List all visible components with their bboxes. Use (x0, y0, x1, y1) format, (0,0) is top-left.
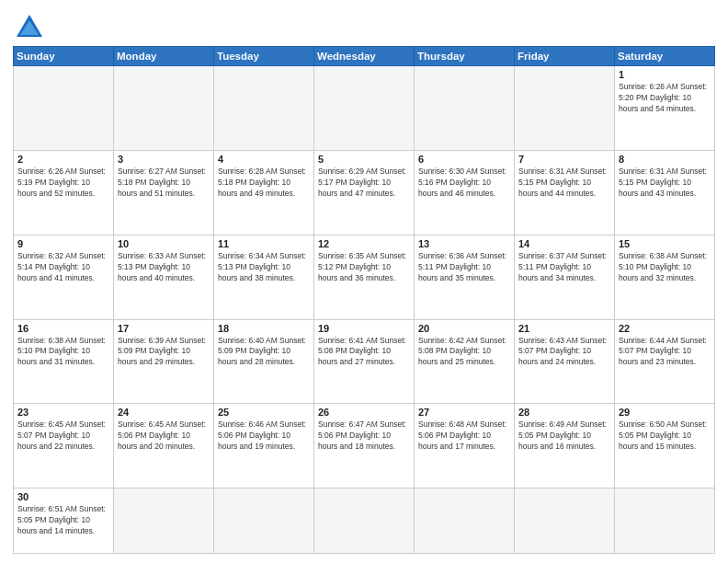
calendar-cell: 1Sunrise: 6:26 AM Sunset: 5:20 PM Daylig… (615, 66, 715, 151)
day-info: Sunrise: 6:42 AM Sunset: 5:08 PM Dayligh… (418, 336, 510, 369)
col-header-tuesday: Tuesday (214, 47, 314, 66)
calendar-week-row: 23Sunrise: 6:45 AM Sunset: 5:07 PM Dayli… (14, 404, 715, 488)
day-number: 28 (518, 407, 610, 418)
day-info: Sunrise: 6:31 AM Sunset: 5:15 PM Dayligh… (518, 167, 610, 200)
day-info: Sunrise: 6:36 AM Sunset: 5:11 PM Dayligh… (418, 251, 510, 284)
calendar-week-row: 9Sunrise: 6:32 AM Sunset: 5:14 PM Daylig… (14, 235, 715, 319)
calendar-cell: 25Sunrise: 6:46 AM Sunset: 5:06 PM Dayli… (214, 404, 314, 488)
day-number: 23 (17, 407, 109, 418)
calendar-cell (615, 488, 715, 554)
calendar-cell: 20Sunrise: 6:42 AM Sunset: 5:08 PM Dayli… (415, 319, 515, 404)
day-number: 20 (418, 323, 510, 334)
day-info: Sunrise: 6:49 AM Sunset: 5:05 PM Dayligh… (518, 419, 610, 453)
calendar-week-row: 30Sunrise: 6:51 AM Sunset: 5:05 PM Dayli… (14, 488, 715, 554)
day-number: 15 (619, 238, 711, 249)
day-info: Sunrise: 6:47 AM Sunset: 5:06 PM Dayligh… (318, 419, 410, 453)
day-number: 16 (17, 323, 109, 334)
day-number: 5 (318, 154, 410, 165)
calendar-cell: 17Sunrise: 6:39 AM Sunset: 5:09 PM Dayli… (114, 319, 214, 404)
day-info: Sunrise: 6:37 AM Sunset: 5:11 PM Dayligh… (518, 251, 610, 284)
calendar-cell: 12Sunrise: 6:35 AM Sunset: 5:12 PM Dayli… (314, 235, 415, 319)
day-info: Sunrise: 6:35 AM Sunset: 5:12 PM Dayligh… (318, 251, 410, 284)
calendar-week-row: 2Sunrise: 6:26 AM Sunset: 5:19 PM Daylig… (14, 150, 715, 235)
calendar-cell: 28Sunrise: 6:49 AM Sunset: 5:05 PM Dayli… (515, 404, 615, 488)
calendar-cell (214, 66, 314, 151)
day-info: Sunrise: 6:44 AM Sunset: 5:07 PM Dayligh… (619, 336, 711, 369)
calendar-cell: 15Sunrise: 6:38 AM Sunset: 5:10 PM Dayli… (615, 235, 715, 319)
day-info: Sunrise: 6:31 AM Sunset: 5:15 PM Dayligh… (619, 167, 711, 200)
day-info: Sunrise: 6:33 AM Sunset: 5:13 PM Dayligh… (118, 251, 210, 284)
day-number: 7 (518, 154, 610, 165)
calendar-cell: 24Sunrise: 6:45 AM Sunset: 5:06 PM Dayli… (114, 404, 214, 488)
calendar-cell (14, 66, 114, 151)
calendar-cell (314, 66, 415, 151)
day-number: 14 (518, 238, 610, 249)
calendar-cell: 27Sunrise: 6:48 AM Sunset: 5:06 PM Dayli… (415, 404, 515, 488)
day-number: 26 (318, 407, 410, 418)
day-number: 24 (118, 407, 210, 418)
header (13, 9, 715, 39)
calendar-week-row: 1Sunrise: 6:26 AM Sunset: 5:20 PM Daylig… (14, 66, 715, 151)
day-number: 30 (17, 491, 109, 502)
day-number: 6 (418, 154, 510, 165)
day-info: Sunrise: 6:39 AM Sunset: 5:09 PM Dayligh… (118, 336, 210, 369)
day-number: 19 (318, 323, 410, 334)
calendar-cell: 14Sunrise: 6:37 AM Sunset: 5:11 PM Dayli… (515, 235, 615, 319)
calendar-cell (515, 488, 615, 554)
col-header-sunday: Sunday (14, 47, 114, 66)
day-info: Sunrise: 6:27 AM Sunset: 5:18 PM Dayligh… (118, 167, 210, 200)
day-info: Sunrise: 6:38 AM Sunset: 5:10 PM Dayligh… (17, 336, 109, 369)
day-info: Sunrise: 6:41 AM Sunset: 5:08 PM Dayligh… (318, 336, 410, 369)
calendar-cell: 8Sunrise: 6:31 AM Sunset: 5:15 PM Daylig… (615, 150, 715, 235)
day-info: Sunrise: 6:43 AM Sunset: 5:07 PM Dayligh… (518, 336, 610, 369)
calendar-cell (214, 488, 314, 554)
calendar-cell: 6Sunrise: 6:30 AM Sunset: 5:16 PM Daylig… (415, 150, 515, 235)
day-info: Sunrise: 6:45 AM Sunset: 5:06 PM Dayligh… (118, 419, 210, 453)
calendar-cell (114, 488, 214, 554)
day-info: Sunrise: 6:28 AM Sunset: 5:18 PM Dayligh… (218, 167, 310, 200)
calendar-cell: 22Sunrise: 6:44 AM Sunset: 5:07 PM Dayli… (615, 319, 715, 404)
calendar-cell (415, 488, 515, 554)
day-number: 1 (619, 69, 711, 80)
calendar-cell: 11Sunrise: 6:34 AM Sunset: 5:13 PM Dayli… (214, 235, 314, 319)
day-info: Sunrise: 6:26 AM Sunset: 5:19 PM Dayligh… (17, 167, 109, 200)
day-info: Sunrise: 6:32 AM Sunset: 5:14 PM Dayligh… (17, 251, 109, 284)
page: SundayMondayTuesdayWednesdayThursdayFrid… (0, 0, 728, 563)
calendar-cell: 9Sunrise: 6:32 AM Sunset: 5:14 PM Daylig… (14, 235, 114, 319)
calendar-cell (314, 488, 415, 554)
day-info: Sunrise: 6:50 AM Sunset: 5:05 PM Dayligh… (619, 419, 711, 453)
calendar-table: SundayMondayTuesdayWednesdayThursdayFrid… (13, 46, 715, 554)
calendar-cell: 10Sunrise: 6:33 AM Sunset: 5:13 PM Dayli… (114, 235, 214, 319)
calendar-cell: 30Sunrise: 6:51 AM Sunset: 5:05 PM Dayli… (14, 488, 114, 554)
calendar-cell: 4Sunrise: 6:28 AM Sunset: 5:18 PM Daylig… (214, 150, 314, 235)
col-header-friday: Friday (515, 47, 615, 66)
day-number: 29 (619, 407, 711, 418)
logo-icon (15, 13, 44, 39)
calendar-cell: 23Sunrise: 6:45 AM Sunset: 5:07 PM Dayli… (14, 404, 114, 488)
day-info: Sunrise: 6:45 AM Sunset: 5:07 PM Dayligh… (17, 419, 109, 453)
day-number: 3 (118, 154, 210, 165)
calendar-cell: 21Sunrise: 6:43 AM Sunset: 5:07 PM Dayli… (515, 319, 615, 404)
day-info: Sunrise: 6:51 AM Sunset: 5:05 PM Dayligh… (17, 504, 109, 537)
day-number: 10 (118, 238, 210, 249)
day-info: Sunrise: 6:40 AM Sunset: 5:09 PM Dayligh… (218, 336, 310, 369)
calendar-cell: 18Sunrise: 6:40 AM Sunset: 5:09 PM Dayli… (214, 319, 314, 404)
calendar-week-row: 16Sunrise: 6:38 AM Sunset: 5:10 PM Dayli… (14, 319, 715, 404)
day-info: Sunrise: 6:26 AM Sunset: 5:20 PM Dayligh… (619, 82, 711, 115)
day-number: 12 (318, 238, 410, 249)
day-number: 13 (418, 238, 510, 249)
day-number: 25 (218, 407, 310, 418)
day-number: 4 (218, 154, 310, 165)
day-info: Sunrise: 6:30 AM Sunset: 5:16 PM Dayligh… (418, 167, 510, 200)
calendar-cell: 19Sunrise: 6:41 AM Sunset: 5:08 PM Dayli… (314, 319, 415, 404)
calendar-cell: 3Sunrise: 6:27 AM Sunset: 5:18 PM Daylig… (114, 150, 214, 235)
day-info: Sunrise: 6:29 AM Sunset: 5:17 PM Dayligh… (318, 167, 410, 200)
calendar-cell: 2Sunrise: 6:26 AM Sunset: 5:19 PM Daylig… (14, 150, 114, 235)
day-number: 11 (218, 238, 310, 249)
day-info: Sunrise: 6:34 AM Sunset: 5:13 PM Dayligh… (218, 251, 310, 284)
col-header-saturday: Saturday (615, 47, 715, 66)
calendar-cell: 5Sunrise: 6:29 AM Sunset: 5:17 PM Daylig… (314, 150, 415, 235)
col-header-wednesday: Wednesday (314, 47, 415, 66)
day-number: 21 (518, 323, 610, 334)
day-number: 22 (619, 323, 711, 334)
